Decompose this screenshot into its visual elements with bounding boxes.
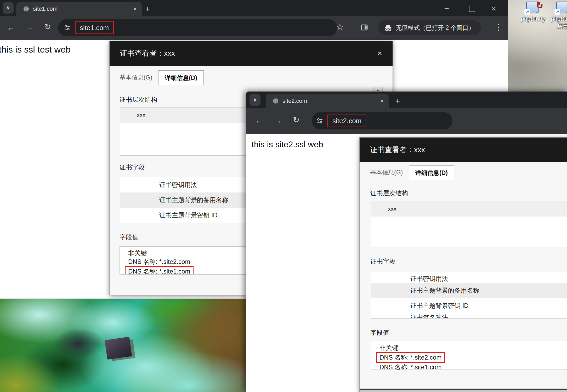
desktop-icon-phpstudy-2[interactable]: ↻ ↗ phpStudy 用事 <box>549 1 567 30</box>
value-line-highlighted: DNS 名称: *.site2.com <box>371 352 567 363</box>
tab-site1[interactable]: site1.com × <box>16 2 142 16</box>
chevron-down-icon: ∨ <box>6 4 10 11</box>
field-value-box: 非关键 DNS 名称: *.site2.com DNS 名称: *.site1.… <box>371 341 567 370</box>
value-line: 非关键 <box>371 343 567 352</box>
value-line: DNS 名称: *.site1.com <box>371 363 567 370</box>
maximize-button[interactable] <box>469 6 475 12</box>
field-row-clipped[interactable]: 证书密钥用法 <box>371 272 567 283</box>
tune-icon[interactable] <box>316 117 323 124</box>
new-tab-button[interactable]: + <box>395 97 400 105</box>
close-tab-icon[interactable]: × <box>375 97 389 105</box>
wallpaper-house <box>105 337 132 360</box>
tab-basic-info[interactable]: 基本信息(G) <box>370 168 403 177</box>
globe-icon <box>23 6 29 12</box>
new-tab-button[interactable]: + <box>145 5 150 13</box>
address-bar[interactable]: site1.com <box>58 19 337 36</box>
field-row[interactable]: 证书主题背景密钥 ID <box>371 298 567 313</box>
shortcut-arrow-icon: ↗ <box>554 9 560 15</box>
hierarchy-label: 证书层次结构 <box>370 189 408 197</box>
phpstudy-icon: ↻ ↗ <box>555 1 567 15</box>
field-value-label: 字段值 <box>370 328 389 337</box>
tab-basic-info[interactable]: 基本信息(G) <box>120 73 152 82</box>
url-text[interactable]: site2.com <box>327 115 366 127</box>
tab-title: site1.com <box>33 5 128 12</box>
dialog-bottom-strip <box>360 390 567 392</box>
back-icon[interactable]: ← <box>255 117 263 124</box>
toolbar: ← → ↻ site1.com ☆ 无痕模式（已打 <box>0 16 508 40</box>
forward-icon[interactable]: → <box>274 117 282 124</box>
back-icon[interactable]: ← <box>7 24 15 31</box>
browser-window-site2: ∨ site2.com × + ← → ↻ site2.com this is … <box>246 92 567 392</box>
desktop-icon-label-line2: 用事 <box>549 22 567 30</box>
tab-details[interactable]: 详细信息(D) <box>409 165 454 180</box>
red-highlight-box: DNS 名称: *.site1.com <box>125 266 194 275</box>
menu-kebab-icon[interactable]: ⋮ <box>494 23 503 31</box>
field-row-selected[interactable]: 证书主题背景的备用名称 <box>371 283 567 298</box>
toolbar: ← → ↻ site2.com <box>246 108 567 134</box>
tab-search-chevron-button[interactable]: ∨ <box>3 2 14 14</box>
field-row-partial[interactable]: 证书签名算法 <box>371 313 567 318</box>
close-tab-icon[interactable]: × <box>128 5 142 13</box>
tab-details[interactable]: 详细信息(D) <box>158 70 204 85</box>
certificate-viewer-dialog-site2: 证书查看者：xxx 基本信息(G) 详细信息(D) 证书层次结构 xxx 证书字… <box>359 137 567 392</box>
reload-icon[interactable]: ↻ <box>293 116 299 124</box>
close-window-button[interactable]: × <box>491 5 496 12</box>
dialog-header: 证书查看者：xxx × <box>110 41 393 66</box>
field-value-label: 字段值 <box>120 233 138 241</box>
phpstudy-icon: ↻ ↗ <box>525 1 541 15</box>
hierarchy-box: xxx <box>371 201 567 247</box>
dialog-header: 证书查看者：xxx <box>360 138 567 162</box>
hierarchy-row[interactable]: xxx <box>371 201 567 217</box>
forward-icon[interactable]: → <box>26 24 33 31</box>
reload-icon[interactable]: ↻ <box>44 23 51 31</box>
minimize-button[interactable]: – <box>445 4 449 12</box>
page-text: this is site2.ssl web <box>252 140 323 149</box>
desktop: { "desktop": { "icon1_label": "phpStudy"… <box>0 0 567 392</box>
tune-icon[interactable] <box>64 24 71 31</box>
tab-search-chevron-button[interactable]: ∨ <box>250 94 260 106</box>
tab-site2[interactable]: site2.com × <box>266 94 389 108</box>
close-icon[interactable]: × <box>377 49 382 58</box>
desktop-icon-phpstudy[interactable]: ↻ ↗ phpStudy <box>520 1 546 22</box>
address-bar[interactable]: site2.com <box>312 112 452 129</box>
dialog-title: 证书查看者：xxx <box>370 145 425 155</box>
red-highlight-box: DNS 名称: *.site2.com <box>376 352 445 363</box>
desktop-wallpaper-landscape <box>0 298 246 392</box>
incognito-icon <box>384 24 392 31</box>
dialog-title: 证书查看者：xxx <box>120 48 175 58</box>
desktop-icon-label: phpStudy <box>549 16 567 22</box>
fields-label: 证书字段 <box>370 257 395 266</box>
url-text[interactable]: site1.com <box>75 21 114 34</box>
globe-icon <box>273 98 279 104</box>
tab-title: site2.com <box>282 98 375 104</box>
fields-label: 证书字段 <box>120 163 145 172</box>
shortcut-arrow-icon: ↗ <box>524 9 530 15</box>
incognito-badge-label: 无痕模式（已打开 2 个窗口） <box>396 24 475 32</box>
desktop-icon-label: phpStudy <box>520 16 546 22</box>
incognito-windows-badge[interactable]: 无痕模式（已打开 2 个窗口） <box>378 20 481 35</box>
chevron-down-icon: ∨ <box>253 96 257 103</box>
page-text: this is ssl test web <box>0 44 71 55</box>
side-panel-icon[interactable] <box>360 24 368 31</box>
fields-box: 证书密钥用法 证书主题背景的备用名称 证书主题背景密钥 ID 证书签名算法 <box>371 272 567 319</box>
hierarchy-label: 证书层次结构 <box>120 95 157 104</box>
bookmark-star-icon[interactable]: ☆ <box>336 23 344 31</box>
